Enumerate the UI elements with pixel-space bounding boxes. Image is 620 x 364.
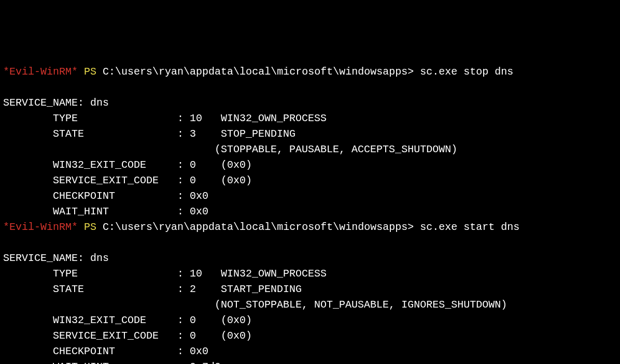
field-line: WIN32_EXIT_CODE : 0 (0x0) [3,157,617,173]
field-line: STATE : 3 STOP_PENDING [3,126,617,142]
terminal-output[interactable]: *Evil-WinRM* PS C:\users\ryan\appdata\lo… [3,64,617,364]
prompt-line: *Evil-WinRM* PS C:\users\ryan\appdata\lo… [3,64,617,80]
field-line: WAIT_HINT : 0x0 [3,204,617,220]
field-line: CHECKPOINT : 0x0 [3,344,617,359]
prompt-ps: PS [84,221,96,233]
blank-line [3,235,617,251]
service-name-line: SERVICE_NAME: dns [3,95,617,111]
field-line: TYPE : 10 WIN32_OWN_PROCESS [3,111,617,126]
blank-line [3,80,617,95]
field-line: SERVICE_EXIT_CODE : 0 (0x0) [3,328,617,344]
field-line: TYPE : 10 WIN32_OWN_PROCESS [3,266,617,282]
field-detail-line: (STOPPABLE, PAUSABLE, ACCEPTS_SHUTDOWN) [3,142,617,157]
field-line: STATE : 2 START_PENDING [3,282,617,297]
prompt-line: *Evil-WinRM* PS C:\users\ryan\appdata\lo… [3,220,617,235]
prompt-prefix: *Evil-WinRM* [3,221,78,233]
field-line: CHECKPOINT : 0x0 [3,188,617,204]
prompt-path: C:\users\ryan\appdata\local\microsoft\wi… [103,66,414,78]
prompt-prefix: *Evil-WinRM* [3,66,78,78]
service-name-label: SERVICE_NAME: [3,97,84,109]
field-line: WAIT_HINT : 0x7d0 [3,359,617,364]
field-detail-line: (NOT_STOPPABLE, NOT_PAUSABLE, IGNORES_SH… [3,297,617,313]
command-text: sc.exe stop dns [420,66,513,78]
service-name-value: dns [90,252,109,264]
service-name-value: dns [90,97,109,109]
prompt-ps: PS [84,66,96,78]
prompt-path: C:\users\ryan\appdata\local\microsoft\wi… [103,221,414,233]
field-line: WIN32_EXIT_CODE : 0 (0x0) [3,313,617,328]
field-line: SERVICE_EXIT_CODE : 0 (0x0) [3,173,617,188]
service-name-label: SERVICE_NAME: [3,252,84,264]
command-text: sc.exe start dns [420,221,519,233]
service-name-line: SERVICE_NAME: dns [3,251,617,266]
